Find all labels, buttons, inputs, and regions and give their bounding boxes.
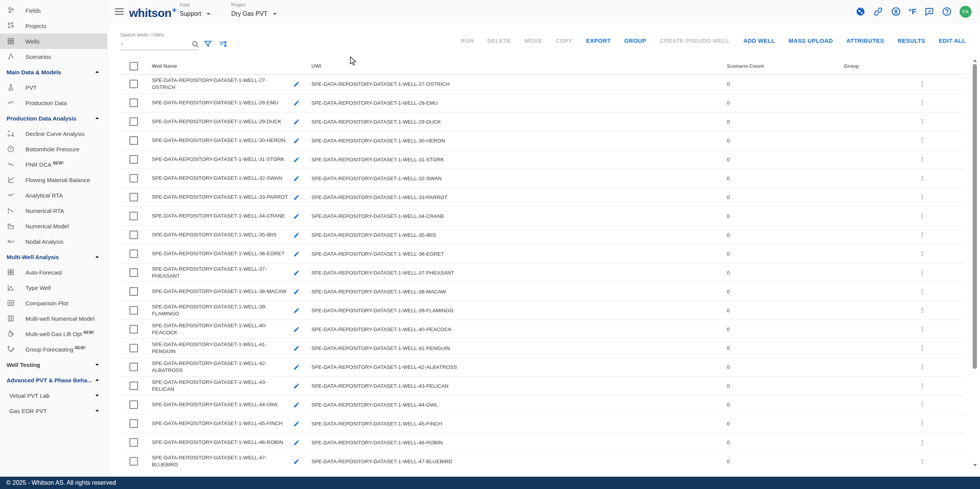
row-checkbox[interactable] <box>129 193 138 201</box>
table-row[interactable]: SPE-DATA-REPOSITORY-DATASET-1-WELL-30-HE… <box>119 131 965 150</box>
sidebar-section-gas-eor-pvt[interactable]: Gas EOR PVT <box>0 403 107 419</box>
sidebar-item-flowing-material-balance[interactable]: Flowing Material Balance <box>0 172 107 188</box>
table-row[interactable]: SPE-DATA-REPOSITORY-DATASET-1-WELL-46-RO… <box>119 433 965 452</box>
menu-icon[interactable] <box>115 8 124 17</box>
row-checkbox[interactable] <box>129 306 138 315</box>
scrollbar-thumb[interactable] <box>973 64 977 369</box>
scroll-down-arrow[interactable] <box>973 464 977 467</box>
sidebar-item-pvt[interactable]: PVT <box>0 80 107 95</box>
table-row[interactable]: SPE-DATA-REPOSITORY-DATASET-1-WELL-43-PE… <box>119 377 965 395</box>
search-input[interactable] <box>120 40 191 49</box>
group-button[interactable]: GROUP <box>624 37 646 44</box>
edit-well-button[interactable] <box>293 270 300 276</box>
row-menu-button[interactable] <box>919 326 926 333</box>
row-checkbox[interactable] <box>129 457 138 466</box>
row-menu-button[interactable] <box>919 250 926 257</box>
row-checkbox[interactable] <box>129 174 138 183</box>
sidebar-section-multi-well-analysis[interactable]: Multi-Well Analysis <box>0 249 107 265</box>
sidebar-section-main-data-models[interactable]: Main Data & Models <box>0 64 107 80</box>
row-menu-button[interactable] <box>919 156 926 163</box>
row-menu-button[interactable] <box>919 288 926 295</box>
row-menu-button[interactable] <box>919 439 926 446</box>
row-checkbox[interactable] <box>129 438 138 447</box>
row-menu-button[interactable] <box>919 80 926 87</box>
sidebar-item-comparison-plot[interactable]: Comparison Plot <box>0 295 107 311</box>
row-checkbox[interactable] <box>129 117 138 126</box>
edit-well-button[interactable] <box>293 326 300 333</box>
filter-icon[interactable] <box>203 39 213 49</box>
edit-well-button[interactable] <box>293 383 300 389</box>
move-button[interactable]: MOVE <box>524 37 542 44</box>
create-pseudo-well-button[interactable]: CREATE PSEUDO WELL <box>660 37 730 44</box>
sidebar-item-projects[interactable]: Projects <box>0 18 107 33</box>
table-row[interactable]: SPE-DATA-REPOSITORY-DATASET-1-WELL-37-PH… <box>119 263 965 282</box>
sidebar-item-auto-forecast[interactable]: Auto-Forecast <box>0 265 107 280</box>
add-well-button[interactable]: ADD WELL <box>743 37 775 44</box>
field-select[interactable]: Field Support <box>180 2 210 17</box>
table-row[interactable]: SPE-DATA-REPOSITORY-DATASET-1-WELL-47-BL… <box>119 452 965 469</box>
sidebar-item-numerical-rta[interactable]: Numerical RTA <box>0 203 107 218</box>
table-row[interactable]: SPE-DATA-REPOSITORY-DATASET-1-WELL-33-PA… <box>119 188 965 207</box>
row-checkbox[interactable] <box>129 268 138 277</box>
row-menu-button[interactable] <box>919 363 926 370</box>
column-header-scenario-count[interactable]: Scenario Count <box>727 63 844 69</box>
table-row[interactable]: SPE-DATA-REPOSITORY-DATASET-1-WELL-40-PE… <box>119 320 965 339</box>
column-header-uwi[interactable]: UWI <box>311 63 727 69</box>
table-row[interactable]: SPE-DATA-REPOSITORY-DATASET-1-WELL-44-OW… <box>119 395 965 414</box>
sidebar-item-nodal-analysis[interactable]: Nodal Analysis <box>0 234 107 249</box>
sidebar-item-fields[interactable]: Fields <box>0 3 107 18</box>
table-row[interactable]: SPE-DATA-REPOSITORY-DATASET-1-WELL-45-FI… <box>119 414 965 433</box>
row-menu-button[interactable] <box>919 458 926 465</box>
row-menu-button[interactable] <box>919 382 926 389</box>
edit-well-button[interactable] <box>293 137 300 144</box>
sidebar-item-scenarios[interactable]: Scenarios <box>0 49 107 64</box>
sidebar-item-analytical-rta[interactable]: Analytical RTA <box>0 188 107 203</box>
select-all-checkbox[interactable] <box>129 62 138 70</box>
sidebar-item-bottomhole-pressure[interactable]: Bottomhole Pressure <box>0 141 107 157</box>
edit-well-button[interactable] <box>293 100 300 106</box>
sort-icon[interactable] <box>219 39 228 49</box>
run-button[interactable]: RUN <box>461 37 474 44</box>
edit-well-button[interactable] <box>293 119 300 125</box>
row-checkbox[interactable] <box>129 344 138 352</box>
row-menu-button[interactable] <box>919 99 926 106</box>
download-icon[interactable] <box>891 7 901 17</box>
sidebar-section-production-data-analysis[interactable]: Production Data Analysis <box>0 111 107 126</box>
row-menu-button[interactable] <box>919 307 926 314</box>
export-button[interactable]: EXPORT <box>586 37 611 44</box>
table-row[interactable]: SPE-DATA-REPOSITORY-DATASET-1-WELL-35-IB… <box>119 226 965 244</box>
avatar[interactable]: FA <box>960 6 972 18</box>
row-checkbox[interactable] <box>129 363 138 371</box>
row-menu-button[interactable] <box>919 194 926 201</box>
row-menu-button[interactable] <box>919 137 926 144</box>
row-menu-button[interactable] <box>919 118 926 125</box>
link-icon[interactable] <box>873 7 883 17</box>
row-checkbox[interactable] <box>129 212 138 220</box>
delete-button[interactable]: DELETE <box>487 37 511 44</box>
scroll-up-arrow[interactable] <box>973 59 977 62</box>
sidebar-section-virtual-pvt-lab[interactable]: Virtual PVT Lab <box>0 388 107 403</box>
edit-all-button[interactable]: EDIT ALL <box>939 37 966 44</box>
help-icon[interactable] <box>942 7 952 17</box>
sidebar-item-group-forecasting[interactable]: Group ForecastingNEW! <box>0 342 107 357</box>
row-menu-button[interactable] <box>919 175 926 182</box>
edit-well-button[interactable] <box>293 420 300 427</box>
row-checkbox[interactable] <box>129 231 138 239</box>
edit-well-button[interactable] <box>293 81 300 87</box>
temperature-unit-icon[interactable]: °F <box>909 7 916 16</box>
row-checkbox[interactable] <box>129 80 138 88</box>
table-row[interactable]: SPE-DATA-REPOSITORY-DATASET-1-WELL-42-AL… <box>119 358 965 377</box>
table-row[interactable]: SPE-DATA-REPOSITORY-DATASET-1-WELL-27-OS… <box>119 75 965 94</box>
sidebar-item-type-well[interactable]: Type Well <box>0 280 107 295</box>
row-checkbox[interactable] <box>129 419 138 428</box>
mass-upload-button[interactable]: MASS UPLOAD <box>788 37 833 44</box>
sidebar-item-pnr-dca[interactable]: PNR DCANEW! <box>0 157 107 172</box>
results-button[interactable]: RESULTS <box>898 37 925 44</box>
attributes-button[interactable]: ATTRIBUTES <box>846 37 884 44</box>
sidebar-item-production-data[interactable]: Production Data <box>0 95 107 111</box>
row-menu-button[interactable] <box>919 345 926 352</box>
row-checkbox[interactable] <box>129 99 138 107</box>
sidebar-item-wells[interactable]: Wells <box>0 33 107 49</box>
edit-well-button[interactable] <box>293 213 300 219</box>
row-checkbox[interactable] <box>129 250 138 258</box>
